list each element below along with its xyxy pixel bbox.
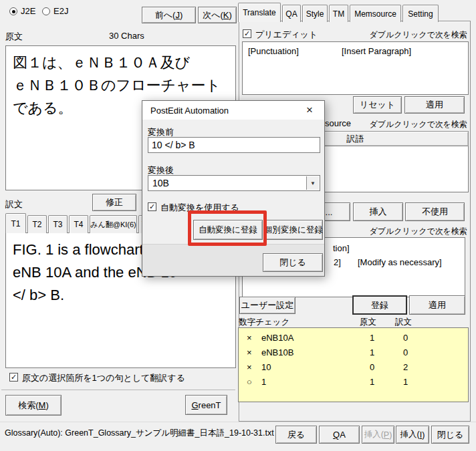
insert-p-button: 挿入(P) <box>362 426 394 444</box>
number-check-col-target: 訳文 <box>395 317 412 328</box>
preedit-item[interactable]: [Insert Paragraph] <box>342 46 411 56</box>
tab-style[interactable]: Style <box>302 5 328 22</box>
preedit-item[interactable]: [Punctuation] <box>248 46 299 56</box>
source-count-cell: 0 <box>370 362 374 372</box>
qa-button[interactable]: QA <box>319 426 360 444</box>
radio-j2e-label[interactable]: J2E <box>21 6 35 16</box>
radio-e2j-label[interactable]: E2J <box>53 6 68 16</box>
target-count-cell: 0 <box>403 347 408 357</box>
preedit-hint: ダブルクリックで次を検索 <box>308 29 467 41</box>
statusbar-text: Glossary(Auto): GreenT_Glossary_サンプル明細書_… <box>5 428 275 439</box>
tab-tm[interactable]: TM <box>329 5 348 22</box>
tab-t2[interactable]: T2 <box>27 215 47 233</box>
glossary-hint: ダブルクリックで次を検索 <box>308 119 467 130</box>
target-label: 訳文 <box>5 198 23 210</box>
term-cell: eNB10B <box>261 347 293 357</box>
tab-t1[interactable]: T1 <box>5 213 26 233</box>
check-mark-icon: × <box>247 347 252 357</box>
source-count-cell: 1 <box>370 333 374 343</box>
postedit-automation-dialog: PostEdit Automation × 変換前 変換後 10B ▼ ✓ 自動… <box>142 100 325 277</box>
preedit-checkbox[interactable]: ✓ <box>243 29 251 38</box>
register-button[interactable]: 登録 <box>352 295 407 315</box>
app-window: J2E E2J 前へ(J) 次へ(K) 原文 30 Chars 図１は、ｅＮＢ１… <box>0 0 476 451</box>
auto-convert-checkbox[interactable]: ✓ <box>148 202 156 211</box>
postedit-item-partial[interactable]: tion] <box>333 243 350 253</box>
glossary-insert-button[interactable]: 挿入 <box>353 202 403 221</box>
source-count-cell: 1 <box>370 347 374 357</box>
left-separator <box>1 390 235 390</box>
check-mark-icon: ○ <box>247 377 252 387</box>
preedit-apply-button[interactable]: 適用 <box>404 96 465 114</box>
radio-j2e[interactable] <box>9 7 17 15</box>
source-label: 原文 <box>5 31 23 43</box>
chevron-down-icon[interactable]: ▼ <box>306 176 319 190</box>
number-check-col-source: 原文 <box>360 317 376 328</box>
statusbar-divider <box>0 422 476 422</box>
tab-memsource[interactable]: Memsource <box>350 5 401 22</box>
tab-translate[interactable]: Translate <box>238 3 281 22</box>
tab-t4[interactable]: T4 <box>69 215 88 233</box>
next-button[interactable]: 次へ(K) <box>198 7 237 23</box>
sentence-checkbox-label[interactable]: 原文の選択箇所を1つの句として翻訳する <box>22 372 185 384</box>
after-combobox[interactable]: 10B ▼ <box>148 175 320 191</box>
after-combobox-value: 10B <box>152 178 169 188</box>
postedit-item[interactable]: [Modify as necessary] <box>358 257 442 267</box>
insert-i-button[interactable]: 挿入(I) <box>396 426 429 444</box>
red-highlight-annotation <box>188 210 267 246</box>
sentence-checkbox[interactable]: ✓ <box>9 373 18 382</box>
source-count-cell: 1 <box>370 377 374 387</box>
user-settings-button[interactable]: ユーザー設定 <box>239 297 295 314</box>
postedit-apply-button[interactable]: 適用 <box>409 295 465 315</box>
postedit-item-partial[interactable]: 2] <box>334 257 341 267</box>
postedit-hint: ダブルクリックで次を検索 <box>308 226 467 237</box>
close-icon[interactable]: × <box>302 104 318 117</box>
tab-setting[interactable]: Setting <box>402 5 439 22</box>
dialog-titlebar[interactable]: PostEdit Automation × <box>142 101 324 120</box>
dialog-title: PostEdit Automation <box>150 106 229 116</box>
fix-button[interactable]: 修正 <box>92 194 136 211</box>
target-count-cell: 0 <box>403 333 408 343</box>
back-button[interactable]: 戻る <box>275 426 317 444</box>
term-cell: 1 <box>261 377 266 387</box>
greent-button[interactable]: GreenT <box>185 395 227 415</box>
dialog-close-button[interactable]: 閉じる <box>263 253 323 272</box>
source-char-count: 30 Chars <box>109 31 144 41</box>
tab-t3[interactable]: T3 <box>48 215 68 233</box>
number-check-list[interactable]: × eNB10A 1 0 × eNB10B 1 0 × 10 0 2 ○ 1 1… <box>238 327 469 402</box>
check-mark-icon: × <box>247 333 252 343</box>
check-mark-icon: × <box>247 362 252 372</box>
close-main-button[interactable]: 閉じる <box>431 426 469 444</box>
number-check-label: 数字チェック <box>239 317 289 328</box>
glossary-unused-button[interactable]: 不使用 <box>405 202 465 221</box>
radio-e2j[interactable] <box>42 7 50 15</box>
preedit-listbox[interactable]: [Punctuation] [Insert Paragraph] <box>242 41 469 95</box>
prev-button[interactable]: 前へ(J) <box>142 7 196 23</box>
target-count-cell: 1 <box>403 377 408 387</box>
reset-button[interactable]: リセット <box>353 96 402 114</box>
term-cell: 10 <box>261 362 271 372</box>
tab-minhon[interactable]: みん翻@KI(6) <box>90 215 137 233</box>
term-cell: eNB10A <box>261 333 293 343</box>
before-input[interactable] <box>148 137 320 153</box>
search-button[interactable]: 検索(M) <box>5 395 62 416</box>
target-count-cell: 2 <box>403 362 408 372</box>
tab-qa[interactable]: QA <box>282 5 301 22</box>
register-individual-button[interactable]: 個別変換に登録 <box>264 220 323 240</box>
